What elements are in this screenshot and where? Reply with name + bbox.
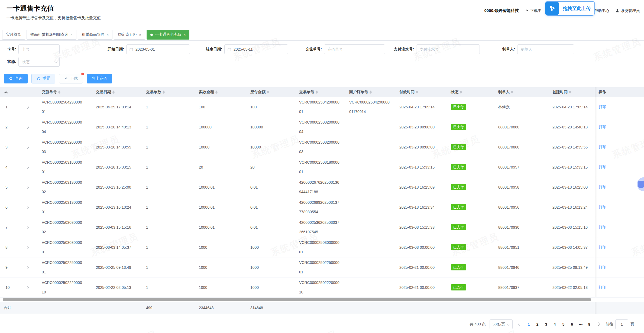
- reset-button[interactable]: 重置: [31, 74, 55, 83]
- sort-icons[interactable]: [215, 90, 218, 94]
- table-header-row: 充值单号 交易日期 交易单数 实收金额 应付金额 交易单号: [0, 87, 644, 97]
- expand-row-icon[interactable]: [25, 286, 29, 289]
- column-header-label: 交易日期: [96, 90, 111, 95]
- pay-serial-input[interactable]: [419, 47, 477, 52]
- tab[interactable]: 实时概览 ×: [2, 30, 25, 40]
- table-row: 2 VCRC0000250320000004 2025-03-20 14:40:…: [0, 117, 644, 137]
- column-settings-gear-icon[interactable]: [4, 90, 16, 95]
- expand-row-icon[interactable]: [25, 226, 29, 229]
- trade-count-cell: 1: [142, 197, 195, 217]
- print-link[interactable]: 打印: [599, 285, 606, 289]
- sort-icons[interactable]: [460, 90, 462, 94]
- received-amount-cell: 100000: [195, 117, 247, 137]
- recharge-no-cell: VCRC0000250222000010: [42, 278, 83, 297]
- creator-cell: 8800170957: [494, 157, 549, 177]
- chevron-down-icon: [54, 60, 58, 63]
- tab[interactable]: 物品租赁损坏明细查询 ×: [27, 30, 76, 40]
- start-date-label: 开始日期:: [102, 47, 124, 52]
- start-date-input[interactable]: [135, 47, 187, 52]
- pay-time-cell: 2025-02-21 00:00:00: [396, 257, 447, 277]
- recharge-no-input[interactable]: [327, 47, 382, 52]
- page-number[interactable]: 1: [525, 320, 533, 329]
- tab-close-icon[interactable]: ×: [107, 33, 109, 37]
- sort-icons[interactable]: [267, 90, 269, 94]
- sort-icons[interactable]: [58, 90, 60, 94]
- tab[interactable]: 租赁商品管理 ×: [78, 30, 113, 40]
- page-number[interactable]: 9: [585, 320, 593, 329]
- help-center-link[interactable]: 帮助中心: [594, 8, 609, 13]
- created-time-cell: 2025-03-18 15:33:15: [549, 157, 595, 177]
- trade-no-cell: 4200002536202503037266107545: [299, 218, 340, 237]
- sort-icons[interactable]: [370, 90, 372, 94]
- page-number[interactable]: •••: [577, 320, 584, 329]
- recharge-no-cell: VCRC0000250320000003: [42, 138, 83, 157]
- prev-page-arrow-icon[interactable]: [518, 322, 522, 326]
- sort-icons[interactable]: [112, 90, 115, 94]
- expand-row-icon[interactable]: [25, 206, 29, 209]
- print-link[interactable]: 打印: [599, 185, 606, 189]
- total-count: 共 433 条: [470, 322, 486, 327]
- status-select-input[interactable]: [21, 59, 53, 64]
- expand-row-icon[interactable]: [25, 246, 29, 249]
- sort-icons[interactable]: [569, 90, 571, 94]
- print-link[interactable]: 打印: [599, 105, 606, 109]
- expand-row-icon[interactable]: [25, 125, 29, 129]
- tab-close-icon[interactable]: ×: [70, 33, 73, 37]
- creator-field: 制单人:: [498, 44, 574, 54]
- page-number[interactable]: 3: [542, 320, 550, 329]
- expand-row-icon[interactable]: [25, 105, 29, 109]
- tab[interactable]: 一卡通售卡充值 ×: [147, 30, 190, 40]
- tab[interactable]: 绑定寄存柜 ×: [114, 30, 145, 40]
- expand-row-icon[interactable]: [25, 266, 29, 269]
- sort-icons[interactable]: [163, 90, 165, 94]
- sort-icons[interactable]: [416, 90, 418, 94]
- sort-icons[interactable]: [316, 90, 318, 94]
- sell-recharge-button[interactable]: 售卡充值: [87, 74, 112, 83]
- page-number[interactable]: 4: [551, 320, 558, 329]
- page-number[interactable]: 6: [568, 320, 576, 329]
- trade-count-cell: 1: [142, 97, 195, 117]
- status-select[interactable]: [18, 57, 60, 67]
- print-link[interactable]: 打印: [599, 245, 606, 249]
- horizontal-scrollbar-thumb[interactable]: [3, 298, 591, 301]
- expand-row-icon[interactable]: [25, 146, 29, 149]
- download-icon: [64, 77, 68, 81]
- action-column-header: 操作: [595, 87, 644, 97]
- trade-count-cell: 1: [142, 257, 195, 277]
- print-link[interactable]: 打印: [599, 125, 606, 129]
- card-no-input[interactable]: [21, 47, 57, 52]
- page-size-select[interactable]: 50条/页: [490, 319, 513, 329]
- print-link[interactable]: 打印: [599, 205, 606, 209]
- pagination-bar: 共 433 条 50条/页 1 2 3 4 5 6 ••• 9 前往 页: [0, 314, 644, 329]
- table-row: 6 VCRC0000250313000001 2025-03-13 16:13:…: [0, 197, 644, 217]
- next-page-arrow-icon[interactable]: [596, 322, 600, 326]
- print-link[interactable]: 打印: [599, 145, 606, 149]
- download-button[interactable]: 下载: [59, 74, 83, 83]
- pay-time-cell: 2025-03-13 16:25:09: [396, 177, 447, 197]
- print-link[interactable]: 打印: [599, 225, 606, 229]
- expand-row-icon[interactable]: [25, 166, 29, 169]
- received-amount-cell: 100: [195, 97, 247, 117]
- print-link[interactable]: 打印: [599, 265, 606, 269]
- created-time-cell: 2025-03-13 16:25:00: [549, 177, 595, 197]
- received-amount-cell: 10000: [195, 137, 247, 157]
- summary-label: 合计: [0, 302, 38, 314]
- drag-upload-badge[interactable]: 拖拽至此上传: [545, 1, 595, 16]
- payable-amount-cell: 100: [247, 97, 295, 117]
- expand-row-icon[interactable]: [25, 186, 29, 189]
- end-date-input[interactable]: [233, 47, 285, 52]
- tab-close-icon[interactable]: ×: [184, 33, 186, 37]
- goto-page-input[interactable]: [615, 319, 628, 329]
- sort-icons[interactable]: [511, 90, 513, 94]
- page-number[interactable]: 2: [534, 320, 541, 329]
- merchant-order-no-cell: VCRC0000250429000001170914: [349, 98, 390, 117]
- search-button[interactable]: 查询: [4, 74, 28, 83]
- page-number[interactable]: 5: [559, 320, 567, 329]
- tab-close-icon[interactable]: ×: [139, 33, 141, 37]
- creator-input[interactable]: [520, 47, 571, 52]
- column-header-label: 状态: [451, 90, 458, 95]
- download-center-link[interactable]: 下载中: [525, 8, 542, 13]
- print-link[interactable]: 打印: [599, 165, 606, 169]
- user-menu[interactable]: 系统管理员: [615, 8, 640, 13]
- calendar-icon: [227, 47, 231, 51]
